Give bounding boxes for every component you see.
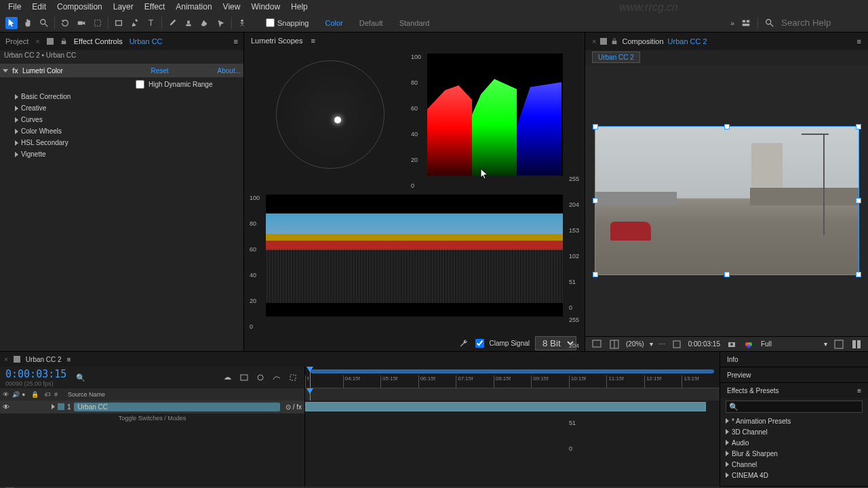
lock-icon[interactable] — [60, 35, 67, 47]
menu-file[interactable]: File — [3, 1, 26, 13]
ruler-tick[interactable]: 06:15f — [418, 375, 456, 388]
hdr-checkbox[interactable] — [136, 80, 144, 89]
source-name-header[interactable]: Source Name — [68, 391, 105, 398]
view-options-icon[interactable] — [850, 338, 863, 350]
motion-blur-icon[interactable] — [254, 371, 267, 384]
composition-viewer[interactable] — [585, 65, 868, 336]
workspace-color[interactable]: Color — [326, 19, 343, 27]
comp-tab[interactable]: Urban CC 2 — [592, 52, 640, 63]
toggle-switches[interactable]: Toggle Switches / Modes — [0, 413, 304, 424]
hand-tool-icon[interactable] — [22, 17, 34, 29]
roto-tool-icon[interactable] — [215, 17, 227, 29]
playhead[interactable] — [310, 367, 311, 388]
menu-effect[interactable]: Effect — [139, 1, 170, 13]
menu-layer[interactable]: Layer — [108, 1, 139, 13]
search-icon[interactable] — [764, 17, 776, 29]
lock-icon[interactable] — [611, 35, 618, 47]
resolution-select[interactable]: Full — [761, 340, 772, 348]
ruler-tick[interactable]: 05:15f — [380, 375, 418, 388]
info-panel[interactable]: Info — [720, 352, 868, 367]
project-tab[interactable]: Project — [5, 37, 28, 45]
ruler-tick[interactable]: 10:15f — [569, 375, 607, 388]
ruler-tick[interactable]: 08:15f — [494, 375, 532, 388]
ruler-tick[interactable]: 12:15f — [644, 375, 682, 388]
brush-tool-icon[interactable] — [166, 17, 178, 29]
snapshot-icon[interactable] — [726, 338, 738, 350]
effect-section[interactable]: Basic Correction — [0, 91, 243, 102]
camera-tool-icon[interactable] — [75, 17, 87, 29]
clip[interactable] — [305, 402, 706, 411]
composition-panel: × Composition Urban CC 2 ≡ Urban CC 2 (2… — [585, 33, 868, 351]
workspace-menu-icon[interactable] — [740, 17, 752, 29]
timecode[interactable]: 0:00:03:15 — [5, 368, 66, 380]
svg-rect-28 — [290, 375, 296, 380]
reset-link[interactable]: Reset — [151, 67, 168, 75]
effect-section[interactable]: Creative — [0, 102, 243, 114]
pen-tool-icon[interactable] — [129, 17, 141, 29]
channel-icon[interactable] — [743, 338, 755, 350]
magnify-icon[interactable] — [591, 338, 603, 350]
ruler-tick[interactable]: 11:15f — [606, 375, 644, 388]
grid-icon[interactable] — [608, 338, 620, 350]
effect-section[interactable]: Vignette — [0, 148, 243, 160]
ruler-tick[interactable]: f — [305, 375, 343, 388]
rectangle-tool-icon[interactable] — [113, 17, 125, 29]
preset-category[interactable]: Audio — [720, 437, 868, 448]
preset-category[interactable]: CINEMA 4D — [720, 470, 868, 481]
puppet-tool-icon[interactable] — [236, 17, 248, 29]
text-tool-icon[interactable]: T — [145, 17, 157, 29]
preset-search-input[interactable]: 🔍 — [726, 401, 863, 413]
brainstorm-icon[interactable] — [287, 371, 299, 384]
svg-point-19 — [730, 343, 733, 346]
graph-editor-icon[interactable] — [271, 371, 283, 384]
eraser-tool-icon[interactable] — [199, 17, 211, 29]
preset-category[interactable]: Channel — [720, 459, 868, 470]
search-help-input[interactable] — [781, 18, 863, 28]
effect-controls-panel: Project × Effect Controls Urban CC ≡ Urb… — [0, 33, 244, 351]
clamp-signal-checkbox[interactable] — [475, 339, 484, 348]
snapping-checkbox[interactable] — [266, 18, 275, 27]
shy-icon[interactable] — [222, 371, 234, 384]
pan-behind-tool-icon[interactable] — [92, 17, 104, 29]
rotate-tool-icon[interactable] — [59, 17, 71, 29]
timeline-tab[interactable]: Urban CC 2 — [26, 356, 62, 363]
menu-composition[interactable]: Composition — [52, 1, 108, 13]
ruler-tick[interactable]: 04:15f — [343, 375, 381, 388]
selection-tool-icon[interactable] — [5, 17, 18, 29]
svg-rect-9 — [743, 23, 750, 26]
preview-panel[interactable]: Preview — [720, 367, 868, 382]
zoom-level[interactable]: (20%) — [626, 340, 644, 348]
menu-help[interactable]: Help — [285, 1, 313, 13]
preset-category[interactable]: Blur & Sharpen — [720, 448, 868, 459]
svg-rect-25 — [857, 340, 861, 348]
effect-target-link[interactable]: Urban CC — [130, 37, 163, 45]
menu-window[interactable]: Window — [245, 1, 285, 13]
clone-stamp-tool-icon[interactable] — [182, 17, 195, 29]
view-layout-icon[interactable] — [833, 338, 845, 350]
menu-animation[interactable]: Animation — [170, 1, 217, 13]
ruler-tick[interactable]: 09:15f — [531, 375, 569, 388]
frame-blend-icon[interactable] — [238, 371, 250, 384]
effect-section[interactable]: Color Wheels — [0, 125, 243, 137]
preset-category[interactable]: 3D Channel — [720, 426, 868, 437]
svg-rect-2 — [78, 21, 83, 24]
menu-edit[interactable]: Edit — [26, 1, 52, 13]
layer-name[interactable]: Urban CC — [74, 403, 280, 411]
preset-category[interactable]: * Animation Presets — [720, 415, 868, 426]
effects-presets-panel[interactable]: Effects & Presets — [727, 387, 779, 394]
ruler-tick[interactable]: 13:15f — [682, 375, 719, 388]
about-link[interactable]: About... — [218, 67, 241, 75]
workspace-default[interactable]: Default — [359, 19, 383, 27]
mask-icon[interactable] — [671, 338, 683, 350]
effect-section[interactable]: HSL Secondary — [0, 137, 243, 148]
zoom-tool-icon[interactable] — [38, 17, 50, 29]
menu-view[interactable]: View — [218, 1, 246, 13]
preview-frame[interactable] — [595, 126, 859, 275]
ruler-tick[interactable]: 07:15f — [456, 375, 494, 388]
wrench-icon[interactable] — [458, 338, 470, 350]
comp-name: Urban CC 2 — [668, 37, 707, 45]
effect-controls-tab[interactable]: Effect Controls — [74, 37, 123, 45]
effect-section[interactable]: Curves — [0, 114, 243, 125]
layer-row[interactable]: 👁 1 Urban CC ⊙ / fx — [0, 401, 304, 413]
workspace-standard[interactable]: Standard — [399, 19, 430, 27]
